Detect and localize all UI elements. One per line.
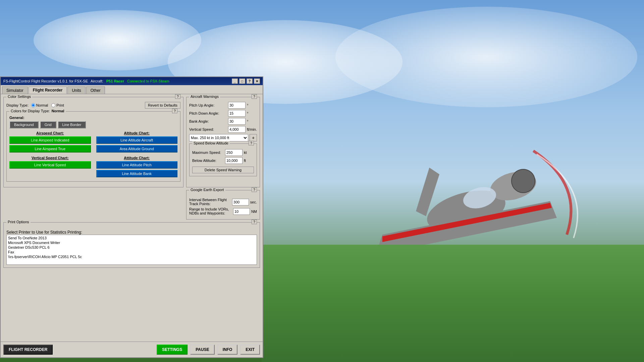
top-row: Color Settings ? Display Type: Normal Pr… (3, 97, 260, 187)
speed-below-help-icon[interactable]: ? (249, 141, 254, 145)
vertical-speed-input[interactable] (228, 126, 246, 133)
vertical-speed-unit: ft/min. (247, 127, 257, 131)
google-earth-title: Google Earth Export (189, 188, 225, 192)
airspeed-chart-title: Airspeed Chart: (9, 131, 91, 135)
line-altitude-aircraft-button[interactable]: Line Altitude Aircraft (96, 136, 178, 144)
radio-print-label[interactable]: Print (51, 103, 64, 107)
attitude-chart-title: Attitude Chart: (96, 156, 178, 160)
printer-item-2[interactable]: Microsoft XPS Document Writer (7, 240, 256, 245)
max-speed-input[interactable] (225, 149, 243, 156)
bank-angle-row: Bank Angle: ° (189, 118, 257, 125)
printer-item-4[interactable]: Fax (7, 250, 256, 254)
pitch-down-row: Pitch Down Angle: ° (189, 110, 257, 117)
second-row-spacer (3, 190, 183, 220)
line-attitude-pitch-button[interactable]: Line Attitude Pitch (96, 161, 178, 169)
bank-angle-label: Bank Angle: (189, 119, 227, 123)
line-border-button[interactable]: Line Border (58, 121, 86, 128)
aircraft-info: Aircraft: P51 Racer Connected to FSX-Ste… (91, 79, 169, 83)
google-earth-help-icon[interactable]: ? (252, 187, 257, 192)
close-button[interactable]: ✕ (254, 78, 260, 84)
radio-normal[interactable] (31, 103, 35, 107)
tab-other[interactable]: Other (86, 86, 105, 94)
interval-input[interactable] (232, 199, 249, 205)
app-window: FS-FlightControl Flight Recorder v1.0.1 … (0, 76, 263, 358)
range-input[interactable] (233, 208, 250, 215)
printer-list[interactable]: Send To OneNote 2013 Microsoft XPS Docum… (6, 235, 257, 265)
revert-defaults-button[interactable]: Revert to Defaults (145, 102, 180, 109)
chart-grid-row: Airspeed Chart: Line Airspeed Indicated … (9, 131, 177, 154)
radio-normal-label[interactable]: Normal (31, 103, 48, 107)
max-speed-label: Maximum Speed: (192, 150, 224, 155)
pitch-up-input[interactable] (228, 102, 246, 109)
maximize-button[interactable]: □ (239, 78, 245, 84)
vertical-speed-label: Vertical Speed: (189, 127, 227, 131)
speed-below-altitude-panel: Speed Below Altitude ? Maximum Speed: kt… (189, 143, 257, 176)
app-name-text: FS-FlightControl Flight Recorder v1.0.1 (3, 79, 67, 83)
pitch-up-label: Pitch Up Angle: (189, 103, 227, 107)
tab-flight-recorder[interactable]: Flight Recorder (29, 86, 67, 94)
interval-unit: sec. (250, 200, 257, 204)
speed-warning-row: Max. 250 kt in 10,000 ft + (189, 134, 257, 141)
vert-attitude-row: Vertical Speed Chart: Line Vertical Spee… (9, 156, 177, 179)
delete-speed-warning-button[interactable]: Delete Speed Warning (192, 167, 254, 173)
grid-button[interactable]: Grid (40, 121, 56, 128)
exit-button[interactable]: EXIT (240, 345, 260, 355)
settings-button[interactable]: SETTINGS (157, 345, 187, 355)
printer-item-5[interactable]: \\rs-fpserver\RICOH Aficio MP C2051 PCL … (7, 254, 256, 259)
pitch-down-label: Pitch Down Angle: (189, 111, 227, 115)
speed-warning-dropdown[interactable]: Max. 250 kt in 10,000 ft (189, 134, 248, 141)
background-button[interactable]: Background (9, 121, 39, 128)
radio-print[interactable] (51, 103, 55, 107)
printer-item-1[interactable]: Send To OneNote 2013 (7, 236, 256, 240)
bottom-toolbar: FLIGHT RECORDER SETTINGS PAUSE INFO EXIT (1, 342, 263, 357)
below-altitude-unit: ft (244, 159, 254, 163)
pause-button[interactable]: PAUSE (190, 345, 214, 355)
speed-below-title: Speed Below Altitude (192, 141, 230, 145)
printer-item-3[interactable]: Gestetner DSc530 PCL 6 (7, 245, 256, 250)
display-type-row: Display Type: Normal Print Revert to Def… (6, 102, 180, 109)
below-altitude-input[interactable] (225, 157, 243, 164)
info-button[interactable]: INFO (217, 345, 238, 355)
line-airspeed-true-button[interactable]: Line Airspeed True (9, 145, 91, 153)
general-section: General: Background Grid Line Border Air… (9, 114, 177, 179)
print-options-panel: Print Options ? Select Printer to Use fo… (3, 222, 260, 268)
pitch-down-input[interactable] (228, 110, 246, 117)
pitch-up-row: Pitch Up Angle: ° (189, 102, 257, 109)
flight-recorder-button[interactable]: FLIGHT RECORDER (3, 345, 53, 355)
title-bar-right: _ □ ? ✕ (232, 78, 260, 84)
aircraft-warnings-panel: Aircraft Warnings ? Pitch Up Angle: ° Pi… (186, 97, 260, 187)
main-content: Color Settings ? Display Type: Normal Pr… (1, 94, 263, 342)
colors-for-display-panel: Colors for Display Type: Normal ? Genera… (6, 111, 180, 182)
altitude-chart-col: Altitude Chart: Line Altitude Aircraft A… (96, 131, 178, 154)
pitch-up-unit: ° (247, 103, 257, 107)
title-bar-left: FS-FlightControl Flight Recorder v1.0.1 … (3, 79, 169, 83)
bank-angle-input[interactable] (228, 118, 246, 125)
add-speed-warning-button[interactable]: + (250, 134, 257, 141)
max-speed-row: Maximum Speed: kt (192, 149, 254, 156)
color-settings-help-icon[interactable]: ? (175, 94, 180, 99)
line-vertical-speed-button[interactable]: Line Vertical Speed (9, 161, 91, 169)
line-attitude-bank-button[interactable]: Line Attitude Bank (96, 170, 178, 177)
radio-print-text: Print (56, 103, 64, 107)
color-settings-title: Color Settings (6, 95, 32, 99)
pitch-down-unit: ° (247, 111, 257, 115)
colors-display-help-icon[interactable]: ? (172, 109, 177, 113)
attitude-chart-col: Attitude Chart: Line Attitude Pitch Line… (96, 156, 178, 179)
interval-label: Interval Between Flight Track Points: (189, 198, 231, 206)
vertical-speed-chart-col: Vertical Speed Chart: Line Vertical Spee… (9, 156, 91, 179)
range-label: Range to Include VORs, NDBs and Waypoint… (189, 207, 232, 215)
connected-text: Connected to FSX-Steam (127, 79, 169, 83)
print-options-help-icon[interactable]: ? (252, 220, 257, 224)
below-altitude-row: Below Altitude: ft (192, 157, 254, 164)
second-row: Google Earth Export ? Interval Between F… (3, 190, 260, 220)
help-button[interactable]: ? (247, 78, 253, 84)
minimize-button[interactable]: _ (232, 78, 238, 84)
tab-units[interactable]: Units (67, 86, 85, 94)
tab-simulator[interactable]: Simulator (2, 86, 28, 94)
aircraft-warnings-help-icon[interactable]: ? (252, 94, 257, 99)
area-altitude-ground-button[interactable]: Area Altitude Ground (96, 145, 178, 153)
line-airspeed-indicated-button[interactable]: Line Airspeed Indicated (9, 136, 91, 144)
vertical-speed-chart-title: Vertical Speed Chart: (9, 156, 91, 160)
aircraft-warnings-title: Aircraft Warnings (189, 95, 220, 99)
range-row: Range to Include VORs, NDBs and Waypoint… (189, 207, 257, 215)
